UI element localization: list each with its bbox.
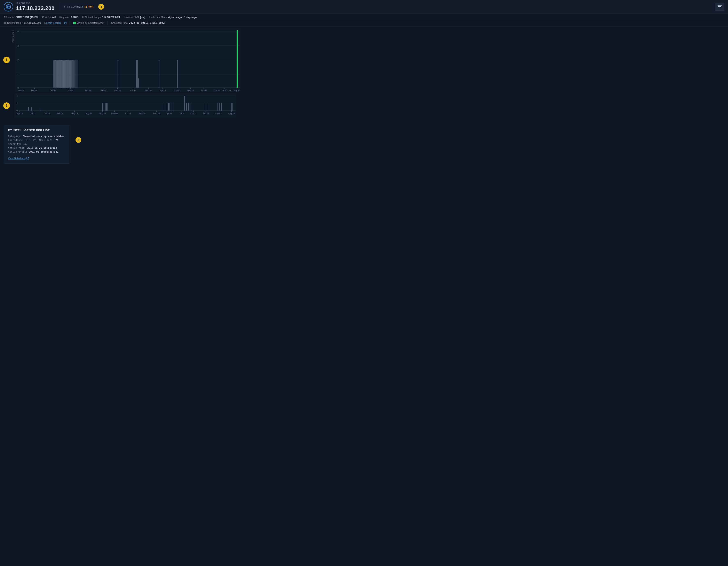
svg-text:Jul 27: Jul 27	[228, 89, 234, 92]
svg-text:Jul 10: Jul 10	[222, 89, 227, 92]
svg-text:Feb 24: Feb 24	[114, 89, 121, 92]
active-from-row: Active from: 2018-05-25T00:00:00Z	[8, 147, 65, 149]
severity-row: Severity: Low	[8, 143, 65, 146]
sigma-icon: Σ	[64, 5, 66, 8]
svg-rect-17	[54, 60, 55, 88]
svg-text:Jun 23: Jun 23	[214, 89, 220, 92]
badge-1: 1	[3, 57, 10, 63]
svg-text:Oct 21: Oct 21	[190, 112, 197, 115]
svg-rect-110	[219, 103, 220, 111]
svg-text:Dec 28: Dec 28	[153, 112, 160, 115]
svg-rect-25	[62, 60, 63, 88]
svg-rect-95	[108, 103, 108, 111]
chart2-wrapper: 2 4 2 0	[8, 93, 726, 118]
svg-text:Apr 16: Apr 16	[160, 89, 166, 92]
svg-text:Mar 06: Mar 06	[111, 112, 118, 115]
chart1-container: Prevalence 4 3 2 1 0	[11, 28, 726, 92]
svg-rect-35	[72, 60, 73, 88]
svg-text:1: 1	[17, 73, 19, 76]
svg-rect-28	[65, 60, 66, 88]
svg-text:4: 4	[17, 30, 19, 33]
category-row: Category: Observed serving executables	[8, 135, 65, 138]
legend-row: Destination IP: 117.18.232.200 Google Se…	[0, 20, 728, 26]
header-left: IP IP ADDRESS 117.18.232.200 Σ VT CONTEX…	[4, 2, 104, 11]
vt-context[interactable]: Σ VT CONTEXT (1 / 94)	[64, 5, 93, 8]
view-definitions-link[interactable]: View Definitions	[8, 157, 29, 160]
svg-text:0: 0	[16, 109, 18, 112]
header-divider	[59, 3, 59, 10]
svg-text:Oct 28: Oct 28	[44, 112, 50, 115]
svg-rect-36	[73, 60, 74, 88]
dest-ip-color	[4, 22, 6, 24]
legend-divider	[70, 21, 70, 25]
svg-rect-100	[171, 103, 171, 111]
svg-rect-116	[41, 107, 41, 111]
chart1-wrapper: 1 Prevalence 4 3 2 1 0	[8, 28, 726, 92]
svg-text:Apr 06: Apr 06	[166, 112, 172, 115]
svg-rect-27	[64, 60, 65, 88]
svg-text:Dec 18: Dec 18	[50, 89, 56, 92]
svg-rect-103	[186, 103, 187, 111]
svg-text:Aug 21: Aug 21	[86, 112, 92, 115]
svg-rect-31	[68, 60, 69, 88]
dest-ip-legend: Destination IP: 117.18.232.200	[4, 22, 41, 24]
svg-rect-105	[190, 103, 190, 111]
metadata-bar: AS Name: EDGECAST (15133) Country: AU Re…	[0, 14, 728, 20]
svg-rect-113	[232, 103, 233, 111]
svg-rect-88	[102, 103, 103, 111]
svg-text:2: 2	[17, 59, 19, 61]
svg-text:Feb 07: Feb 07	[101, 89, 108, 92]
header-title-block: IP ADDRESS 117.18.232.200	[16, 2, 55, 11]
svg-rect-90	[104, 103, 104, 111]
svg-rect-94	[107, 103, 108, 111]
svg-rect-92	[105, 103, 106, 111]
badge-2: 2	[3, 102, 10, 109]
svg-rect-44	[138, 78, 139, 88]
svg-text:May 07: May 07	[215, 112, 222, 115]
ip-address: 117.18.232.200	[16, 5, 55, 11]
svg-rect-109	[217, 103, 217, 111]
svg-rect-104	[188, 103, 189, 111]
svg-text:Feb 04: Feb 04	[57, 112, 63, 115]
bottom-section: ET INTELLIGENCE REP LIST Category: Obser…	[0, 121, 728, 167]
svg-rect-26	[63, 60, 64, 88]
active-until-row: Active until: 2021-06-30T00:00:00Z	[8, 150, 65, 153]
svg-text:Aug 10: Aug 10	[234, 89, 240, 92]
svg-text:May 03: May 03	[174, 89, 181, 92]
svg-rect-37	[74, 60, 75, 88]
google-search-link[interactable]: Google Search	[44, 22, 61, 24]
visited-color	[73, 22, 76, 24]
svg-rect-41	[118, 60, 118, 88]
dest-ip-legend-label: Destination IP: 117.18.232.200	[7, 22, 41, 24]
svg-text:Nov 14: Nov 14	[18, 89, 24, 92]
svg-rect-30	[67, 60, 68, 88]
svg-text:Jan 28: Jan 28	[203, 112, 209, 115]
svg-rect-112	[231, 103, 232, 111]
svg-text:Jan 04: Jan 04	[67, 89, 73, 92]
svg-rect-47	[237, 30, 238, 88]
svg-rect-107	[205, 103, 205, 111]
header: IP IP ADDRESS 117.18.232.200 Σ VT CONTEX…	[0, 0, 728, 14]
svg-text:Dec 01: Dec 01	[31, 89, 38, 92]
filter-button[interactable]	[715, 3, 724, 11]
external-link-icon	[64, 22, 66, 24]
svg-text:May 20: May 20	[187, 89, 194, 92]
svg-rect-39	[77, 60, 77, 88]
svg-rect-98	[168, 103, 169, 111]
country: Country: AU	[42, 16, 56, 19]
svg-rect-89	[103, 103, 103, 111]
svg-text:Mar 13: Mar 13	[130, 89, 136, 92]
svg-text:Mar 30: Mar 30	[145, 89, 152, 92]
svg-rect-22	[59, 60, 60, 88]
ip-icon: IP	[4, 2, 13, 11]
chart2-svg: 4 2 0	[14, 93, 237, 118]
svg-text:IP: IP	[8, 6, 9, 8]
intel-card: ET INTELLIGENCE REP LIST Category: Obser…	[4, 125, 69, 164]
vt-count: (1 / 94)	[85, 5, 93, 8]
svg-rect-106	[192, 103, 192, 111]
visited-label: Visited by Selected Asset	[77, 22, 104, 24]
svg-text:0: 0	[17, 87, 19, 89]
svg-rect-40	[78, 60, 78, 88]
subnet: IP Subnet Range: 117.18.232.0/24	[82, 16, 120, 19]
svg-rect-45	[159, 60, 159, 88]
